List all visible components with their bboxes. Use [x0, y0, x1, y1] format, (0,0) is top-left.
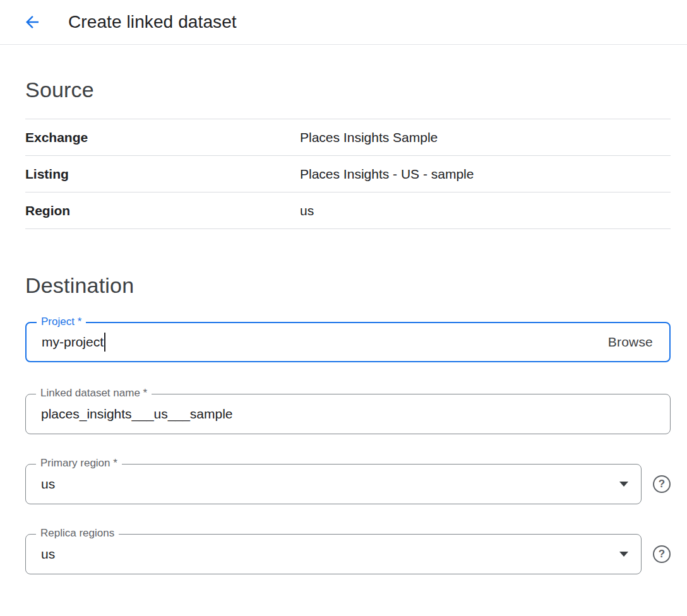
replica-regions-value: us [41, 547, 55, 562]
help-icon[interactable]: ? [653, 475, 671, 493]
dropdown-arrow-icon [619, 482, 628, 487]
row-value: Places Insights - US - sample [300, 167, 671, 182]
header: Create linked dataset [0, 0, 687, 45]
destination-heading: Destination [25, 273, 671, 298]
row-value: us [300, 203, 671, 218]
page-title: Create linked dataset [68, 12, 237, 32]
back-button[interactable] [19, 9, 45, 35]
back-arrow-icon [23, 13, 42, 32]
primary-region-label: Primary region * [36, 457, 122, 470]
table-row-exchange: Exchange Places Insights Sample [25, 119, 671, 156]
project-field-label: Project * [37, 316, 86, 328]
source-heading: Source [25, 78, 671, 102]
primary-region-row: Primary region * us ? [25, 464, 671, 504]
row-label: Exchange [25, 130, 300, 145]
table-row-listing: Listing Places Insights - US - sample [25, 156, 671, 192]
replica-regions-select[interactable]: Replica regions us [25, 534, 642, 574]
help-icon[interactable]: ? [653, 545, 671, 563]
linked-dataset-name-value[interactable]: places_insights___us___sample [41, 406, 233, 422]
linked-dataset-name-label: Linked dataset name * [36, 387, 152, 400]
primary-region-select[interactable]: Primary region * us [25, 464, 642, 504]
replica-regions-row: Replica regions us ? [25, 534, 671, 574]
row-label: Listing [25, 167, 300, 182]
replica-regions-label: Replica regions [36, 527, 119, 540]
table-row-region: Region us [25, 192, 671, 229]
primary-region-value: us [41, 477, 55, 492]
row-value: Places Insights Sample [300, 130, 671, 145]
dropdown-arrow-icon [619, 552, 628, 557]
row-label: Region [25, 203, 300, 218]
browse-button[interactable]: Browse [604, 335, 657, 350]
main-content: Source Exchange Places Insights Sample L… [0, 78, 687, 600]
linked-dataset-name-field[interactable]: Linked dataset name * places_insights___… [25, 394, 671, 434]
text-cursor [104, 333, 105, 352]
project-field[interactable]: Project * my-project Browse [25, 322, 671, 362]
project-input-value[interactable]: my-project [42, 335, 104, 350]
source-table: Exchange Places Insights Sample Listing … [25, 119, 671, 229]
